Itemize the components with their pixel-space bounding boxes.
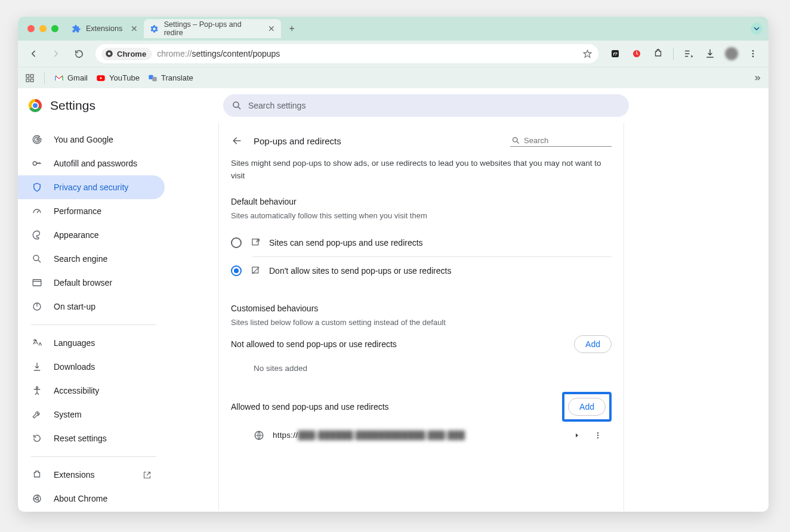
nav-reset[interactable]: Reset settings	[18, 426, 165, 450]
shield-icon	[31, 182, 43, 193]
nav-default-browser[interactable]: Default browser	[18, 271, 165, 295]
nav-label: Default browser	[54, 278, 112, 287]
custom-behaviour-subtext: Sites listed below follow a custom setti…	[231, 318, 612, 327]
address-bar[interactable]: Chrome chrome://settings/content/popups	[95, 44, 598, 63]
nav-label: You and Google	[54, 135, 113, 144]
nav-languages[interactable]: Languages	[18, 331, 165, 355]
allowed-site-row[interactable]: https://███-██████.████████████.███:███	[231, 422, 612, 449]
nav-divider	[31, 324, 156, 325]
kebab-menu-icon[interactable]	[743, 44, 763, 63]
palette-icon	[31, 230, 43, 240]
page-header: Pop-ups and redirects	[231, 135, 612, 147]
svg-text:f?: f?	[613, 51, 617, 57]
reset-icon	[31, 433, 43, 444]
power-icon	[31, 301, 43, 312]
page-title: Pop-ups and redirects	[254, 136, 341, 146]
svg-point-28	[597, 435, 598, 436]
accessibility-icon	[31, 385, 43, 396]
new-tab-button[interactable]: +	[283, 20, 300, 37]
tab-close-icon[interactable]: ✕	[131, 24, 138, 33]
inline-search[interactable]	[510, 135, 612, 147]
nav-downloads[interactable]: Downloads	[18, 355, 165, 379]
tab-extensions[interactable]: Extensions ✕	[66, 19, 144, 38]
gmail-icon	[54, 73, 64, 83]
downloads-icon[interactable]	[700, 44, 720, 63]
nav-label: Appearance	[54, 230, 99, 240]
profile-avatar[interactable]	[722, 44, 741, 63]
site-actions-menu-icon[interactable]	[589, 431, 607, 440]
inline-search-input[interactable]	[524, 136, 601, 145]
bookmark-translate[interactable]: Translate	[148, 73, 193, 83]
maximize-window-button[interactable]	[51, 25, 58, 32]
media-control-icon[interactable]	[679, 44, 698, 63]
radio-off-icon[interactable]	[231, 237, 242, 248]
settings-search-input[interactable]: Search settings	[223, 94, 629, 117]
browser-icon	[31, 277, 43, 288]
nav-about[interactable]: About Chrome	[18, 487, 165, 511]
nav-label: Performance	[54, 206, 101, 216]
nav-label: On start-up	[54, 302, 95, 311]
puzzle-icon	[31, 469, 43, 480]
popup-allow-icon	[250, 237, 261, 248]
add-button-highlight: Add	[562, 392, 612, 422]
allowed-heading: Allowed to send pop-ups and use redirect…	[231, 402, 389, 412]
nav-accessibility[interactable]: Accessibility	[18, 379, 165, 403]
apps-grid-icon[interactable]	[25, 73, 35, 83]
back-button[interactable]	[24, 44, 43, 63]
reload-button[interactable]	[69, 44, 88, 63]
nav-label: About Chrome	[54, 494, 107, 503]
close-window-button[interactable]	[27, 25, 35, 32]
allowed-section: Allowed to send pop-ups and use redirect…	[231, 392, 612, 422]
gear-icon	[150, 24, 159, 33]
nav-appearance[interactable]: Appearance	[18, 223, 165, 247]
bookmarks-overflow-icon[interactable]	[752, 73, 761, 83]
site-chip[interactable]: Chrome	[101, 48, 152, 60]
extensions-menu-icon[interactable]	[649, 44, 668, 63]
extension-icon[interactable]: f?	[606, 44, 625, 63]
tab-settings[interactable]: Settings – Pop-ups and redire ✕	[144, 19, 281, 38]
bookmark-youtube[interactable]: YouTube	[96, 73, 140, 83]
nav-search-engine[interactable]: Search engine	[18, 247, 165, 271]
nav-extensions[interactable]: Extensions	[18, 463, 165, 487]
nav-divider	[31, 456, 156, 457]
option-block[interactable]: Don't allow sites to send pop-ups or use…	[252, 256, 612, 284]
nav-system[interactable]: System	[18, 403, 165, 426]
globe-icon	[254, 430, 264, 441]
svg-point-5	[752, 50, 754, 52]
bookmark-label: Translate	[161, 73, 193, 82]
svg-rect-8	[26, 75, 29, 78]
nav-startup[interactable]: On start-up	[18, 295, 165, 318]
bookmark-star-icon[interactable]	[582, 49, 592, 59]
chrome-logo-icon	[29, 99, 42, 112]
radio-on-icon[interactable]	[231, 265, 242, 276]
tab-search-button[interactable]	[751, 23, 763, 35]
bookmark-gmail[interactable]: Gmail	[54, 73, 88, 83]
add-allowed-site-button[interactable]: Add	[568, 398, 606, 416]
option-allow[interactable]: Sites can send pop-ups and use redirects	[231, 228, 612, 256]
nav-privacy[interactable]: Privacy and security	[18, 175, 165, 199]
nav-performance[interactable]: Performance	[18, 199, 165, 223]
add-blocked-site-button[interactable]: Add	[574, 335, 612, 353]
youtube-icon	[96, 73, 106, 83]
nav-label: Privacy and security	[54, 183, 128, 192]
svg-rect-10	[26, 79, 29, 82]
svg-point-29	[597, 437, 598, 438]
minimize-window-button[interactable]	[39, 25, 47, 32]
extension-icon[interactable]	[627, 44, 646, 63]
translate-icon	[148, 73, 158, 83]
custom-behaviour-heading: Customised behaviours	[231, 304, 612, 313]
browser-window: Extensions ✕ Settings – Pop-ups and redi…	[18, 17, 769, 512]
svg-rect-9	[30, 75, 33, 78]
bookmarks-bar: Gmail YouTube Translate	[18, 67, 769, 88]
default-behaviour-heading: Default behaviour	[231, 197, 612, 206]
no-sites-text: No sites added	[231, 353, 612, 383]
wrench-icon	[31, 409, 43, 420]
site-details-arrow-icon[interactable]	[573, 432, 581, 439]
google-g-icon	[31, 134, 43, 145]
browser-toolbar: Chrome chrome://settings/content/popups …	[18, 41, 769, 67]
forward-button[interactable]	[47, 44, 66, 63]
nav-autofill[interactable]: Autofill and passwords	[18, 151, 165, 175]
nav-you-and-google[interactable]: You and Google	[18, 128, 165, 151]
back-arrow-button[interactable]	[231, 135, 243, 147]
tab-close-icon[interactable]: ✕	[268, 24, 275, 33]
